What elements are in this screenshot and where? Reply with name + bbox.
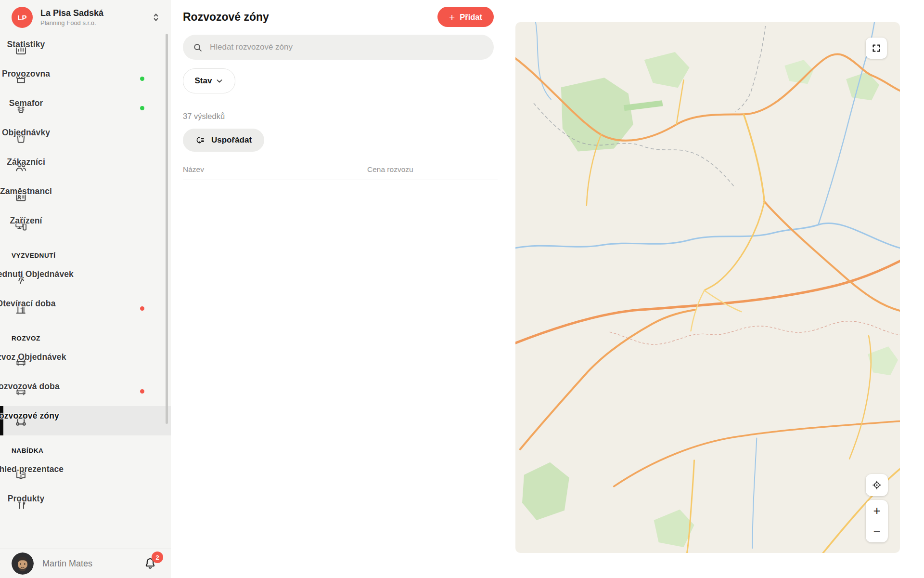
sidebar-item-vyzvednut-objedn-vek[interactable]: Vyzvednutí Objednávek [0, 264, 171, 294]
map-base-svg [515, 22, 900, 553]
sidebar-item-label: Rozvozová doba [0, 381, 60, 392]
zone-icon [14, 414, 27, 427]
zoom-in-button[interactable]: + [866, 500, 888, 521]
sidebar-nav: StatistikyProvozovnaSemaforObjednávkyZák… [0, 35, 171, 549]
results-count: 37 výsledků [183, 112, 515, 121]
table-header: Název Cena rozvozu [183, 158, 498, 180]
user-row[interactable]: Martin Mates 2 [0, 549, 171, 578]
sidebar-item-n-hled-prezentace[interactable]: Náhled prezentace [0, 460, 171, 489]
map-area: + − [515, 0, 924, 578]
search-box [183, 35, 494, 60]
status-dot-red [140, 306, 144, 311]
page-title: Rozvozové zóny [183, 11, 269, 24]
sort-button[interactable]: Uspořádat [183, 129, 264, 152]
bell-icon[interactable]: 2 [143, 556, 157, 571]
sidebar-item-statistiky[interactable]: Statistiky [0, 35, 171, 64]
zoom-control: + − [866, 500, 888, 542]
sidebar-item-label: Náhled prezentace [0, 464, 64, 474]
book-icon [14, 468, 27, 481]
chevron-down-icon [216, 77, 223, 85]
add-zone-button[interactable]: + Přidat [437, 7, 494, 27]
sort-icon [195, 135, 205, 145]
workspace-header[interactable]: LP La Pisa Sadská Planning Food s.r.o. [0, 0, 171, 35]
user-name: Martin Mates [42, 559, 143, 569]
map-greenery [522, 52, 898, 547]
workspace-switcher-icon[interactable] [150, 11, 162, 24]
sidebar-scrollbar[interactable] [166, 34, 168, 424]
sidebar-item-z-kazn-ci[interactable]: Zákazníci [0, 152, 171, 182]
sidebar-section-heading: ROZVOZ [12, 334, 171, 343]
sidebar-item-rozvoz-objedn-vek[interactable]: Rozvoz Objednávek [0, 347, 171, 377]
zones-panel: Rozvozové zóny + Přidat Stav 37 výsledků… [171, 0, 515, 578]
column-name: Název [183, 165, 204, 174]
sidebar-item-objedn-vky[interactable]: Objednávky [0, 123, 171, 152]
sidebar-item-label: Otevírací doba [0, 299, 55, 309]
search-icon [192, 42, 203, 53]
add-zone-label: Přidat [460, 13, 482, 22]
sidebar-item-otev-rac-doba[interactable]: Otevírací doba [0, 294, 171, 323]
stats-icon [14, 43, 27, 56]
sidebar-item-label: Vyzvednutí Objednávek [0, 269, 74, 279]
search-input[interactable] [209, 42, 484, 53]
status-dot-red [140, 389, 144, 394]
sidebar: LP La Pisa Sadská Planning Food s.r.o. S… [0, 0, 171, 578]
car-icon [14, 355, 27, 368]
workspace-name: La Pisa Sadská [40, 8, 150, 18]
workspace-company: Planning Food s.r.o. [40, 19, 150, 26]
sidebar-item-semafor[interactable]: Semafor [0, 93, 171, 123]
status-filter-dropdown[interactable]: Stav [183, 68, 235, 93]
idcard-icon [14, 190, 27, 203]
sidebar-item-zam-stnanci[interactable]: Zaměstnanci [0, 182, 171, 211]
sidebar-item-produkty[interactable]: Produkty [0, 489, 171, 518]
devices-icon [14, 219, 27, 232]
sort-label: Uspořádat [211, 135, 252, 145]
cutlery-icon [14, 497, 27, 510]
status-dot-green [140, 106, 144, 110]
store-icon [14, 72, 27, 85]
workspace-logo: LP [12, 7, 33, 28]
notification-badge: 2 [152, 552, 163, 563]
map-zone-boundary [610, 321, 900, 344]
sidebar-item-label: Rozvoz Objednávek [0, 352, 66, 362]
fullscreen-button[interactable] [866, 38, 887, 59]
users-icon [14, 160, 27, 173]
sidebar-section-heading: NABÍDKA [12, 446, 171, 456]
sidebar-item-rozvozov-z-ny[interactable]: Rozvozové zóny [0, 406, 171, 435]
sidebar-item-provozovna[interactable]: Provozovna [0, 64, 171, 93]
zoom-out-button[interactable]: − [866, 521, 888, 542]
sidebar-section-heading: VYZVEDNUTÍ [12, 251, 171, 261]
sidebar-item-za-zen-[interactable]: Zařízení [0, 211, 171, 240]
avatar [12, 552, 34, 575]
car-icon [14, 385, 27, 398]
bag-icon [14, 131, 27, 144]
column-price: Cena rozvozu [367, 165, 413, 174]
sidebar-item-label: Rozvozové zóny [0, 411, 59, 421]
plus-icon: + [449, 12, 455, 22]
map-canvas[interactable]: + − [515, 22, 900, 553]
traffic-icon [14, 102, 27, 115]
status-dot-green [140, 77, 144, 81]
walk-icon [14, 273, 27, 286]
locate-button[interactable] [866, 474, 888, 496]
door-icon [14, 302, 27, 315]
sidebar-item-rozvozov-doba[interactable]: Rozvozová doba [0, 377, 171, 406]
status-filter-label: Stav [195, 76, 212, 86]
